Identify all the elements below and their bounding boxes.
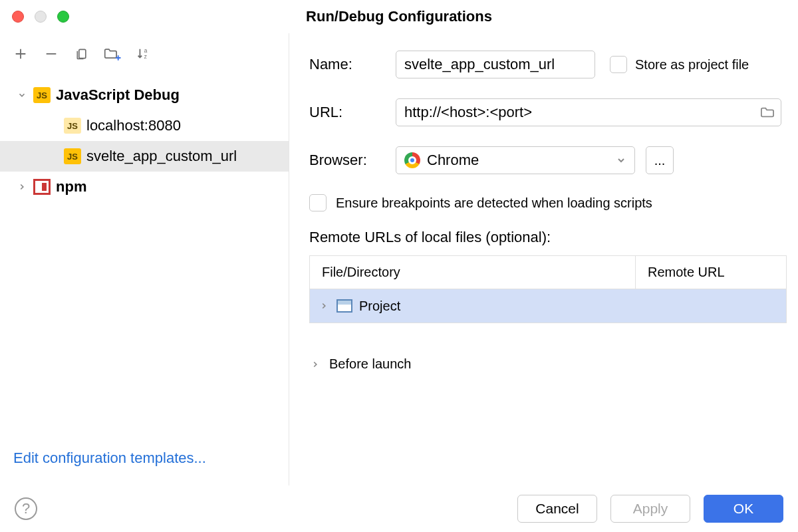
edit-templates-link[interactable]: Edit configuration templates...: [13, 450, 206, 466]
table-row[interactable]: Project: [310, 289, 786, 323]
tree-node-localhost[interactable]: JS localhost:8080: [0, 110, 289, 141]
chevron-right-icon: [309, 358, 321, 370]
npm-icon: [33, 179, 51, 195]
before-launch-label: Before launch: [329, 356, 411, 372]
config-form: Name: Store as project file URL: Browser…: [289, 33, 798, 485]
js-badge-icon: JS: [64, 118, 81, 134]
store-checkbox[interactable]: [610, 56, 627, 73]
chevron-right-icon: [318, 300, 330, 312]
svg-text:z: z: [144, 54, 147, 60]
browser-select[interactable]: Chrome: [396, 146, 635, 174]
browser-value: Chrome: [427, 152, 479, 169]
copy-config-button[interactable]: [73, 45, 90, 63]
chevron-down-icon: [616, 155, 626, 166]
name-label: Name:: [309, 56, 396, 73]
tree-label: JavaScript Debug: [56, 86, 180, 104]
remove-config-button[interactable]: [43, 45, 60, 63]
sort-button[interactable]: az: [134, 45, 152, 63]
tree-node-svelte-app[interactable]: JS svelte_app_custom_url: [0, 141, 289, 172]
tree-node-js-debug[interactable]: JS JavaScript Debug: [0, 80, 289, 110]
url-label: URL:: [309, 104, 396, 121]
js-badge-icon: JS: [64, 148, 81, 164]
svg-rect-0: [79, 49, 86, 58]
remote-urls-label: Remote URLs of local files (optional):: [309, 229, 798, 246]
before-launch-section[interactable]: Before launch: [309, 356, 798, 372]
help-button[interactable]: ?: [15, 497, 37, 520]
add-config-button[interactable]: [12, 45, 29, 63]
tree-label: npm: [56, 178, 86, 196]
chevron-right-icon: [16, 181, 28, 193]
browser-label: Browser:: [309, 152, 396, 169]
project-icon: [336, 299, 352, 313]
svg-text:a: a: [144, 48, 148, 54]
js-badge-icon: JS: [33, 87, 51, 103]
chrome-icon: [404, 152, 420, 168]
apply-button[interactable]: Apply: [610, 495, 690, 523]
table-col-file[interactable]: File/Directory: [310, 256, 636, 289]
window-title: Run/Debug Configurations: [0, 8, 798, 25]
tree-label: svelte_app_custom_url: [86, 148, 237, 165]
folder-add-button[interactable]: [104, 45, 121, 63]
browser-more-button[interactable]: ...: [646, 146, 674, 174]
url-input[interactable]: [396, 98, 781, 126]
ensure-breakpoints-label: Ensure breakpoints are detected when loa…: [336, 196, 652, 211]
name-input[interactable]: [396, 51, 595, 78]
table-col-remote[interactable]: Remote URL: [636, 265, 786, 280]
store-label: Store as project file: [635, 57, 749, 72]
ensure-breakpoints-checkbox[interactable]: [309, 194, 327, 211]
table-project-label: Project: [359, 299, 400, 314]
cancel-button[interactable]: Cancel: [517, 495, 597, 523]
ok-button[interactable]: OK: [704, 495, 783, 523]
tree-label: localhost:8080: [86, 117, 181, 134]
chevron-down-icon: [16, 89, 28, 101]
folder-icon[interactable]: [760, 106, 775, 119]
tree-node-npm[interactable]: npm: [0, 172, 289, 202]
sidebar: az JS JavaScript Debug JS localhost:8080…: [0, 33, 289, 485]
remote-urls-table: File/Directory Remote URL Project: [309, 255, 787, 323]
